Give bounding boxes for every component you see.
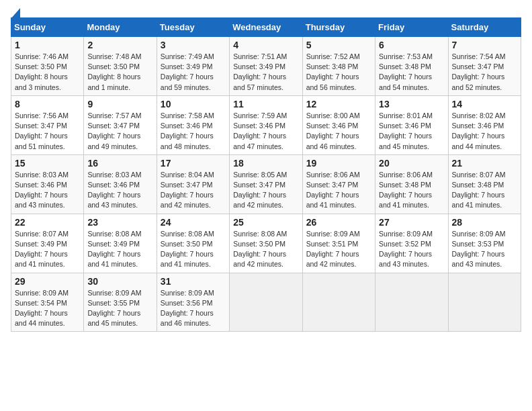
calendar-cell: 7Sunrise: 7:54 AM Sunset: 3:47 PM Daylig… (448, 37, 521, 96)
day-info: Sunrise: 7:51 AM Sunset: 3:49 PM Dayligh… (233, 52, 298, 93)
day-number: 17 (161, 158, 226, 169)
calendar-cell: 17Sunrise: 8:04 AM Sunset: 3:47 PM Dayli… (157, 154, 229, 214)
calendar-cell (375, 273, 448, 332)
day-number: 9 (87, 99, 152, 109)
calendar-cell: 18Sunrise: 8:05 AM Sunset: 3:47 PM Dayli… (230, 154, 302, 214)
calendar-cell: 14Sunrise: 8:02 AM Sunset: 3:46 PM Dayli… (448, 95, 521, 154)
day-number: 21 (452, 158, 517, 169)
day-info: Sunrise: 8:02 AM Sunset: 3:46 PM Dayligh… (452, 111, 517, 152)
week-row-1: 1Sunrise: 7:46 AM Sunset: 3:50 PM Daylig… (11, 37, 521, 96)
day-number: 15 (15, 158, 80, 169)
day-info: Sunrise: 7:53 AM Sunset: 3:48 PM Dayligh… (379, 52, 444, 93)
calendar-cell: 26Sunrise: 8:09 AM Sunset: 3:51 PM Dayli… (302, 214, 375, 273)
calendar-cell: 3Sunrise: 7:49 AM Sunset: 3:49 PM Daylig… (157, 37, 229, 96)
day-info: Sunrise: 8:08 AM Sunset: 3:50 PM Dayligh… (233, 229, 298, 270)
calendar-cell: 29Sunrise: 8:09 AM Sunset: 3:54 PM Dayli… (11, 273, 84, 332)
calendar-cell: 19Sunrise: 8:06 AM Sunset: 3:47 PM Dayli… (302, 154, 375, 214)
calendar-cell (230, 273, 302, 332)
day-info: Sunrise: 8:09 AM Sunset: 3:53 PM Dayligh… (452, 229, 517, 270)
day-info: Sunrise: 7:48 AM Sunset: 3:50 PM Dayligh… (87, 52, 152, 93)
calendar-cell: 11Sunrise: 7:59 AM Sunset: 3:46 PM Dayli… (230, 95, 302, 154)
day-number: 13 (379, 99, 444, 109)
week-row-4: 22Sunrise: 8:07 AM Sunset: 3:49 PM Dayli… (11, 214, 521, 273)
day-number: 28 (452, 217, 517, 228)
day-number: 5 (306, 40, 371, 50)
calendar-cell: 2Sunrise: 7:48 AM Sunset: 3:50 PM Daylig… (84, 37, 157, 96)
day-number: 31 (161, 276, 226, 287)
day-number: 1 (15, 40, 80, 50)
day-info: Sunrise: 8:01 AM Sunset: 3:46 PM Dayligh… (379, 111, 444, 152)
day-number: 12 (306, 99, 371, 109)
calendar-cell: 20Sunrise: 8:06 AM Sunset: 3:48 PM Dayli… (375, 154, 448, 214)
calendar-cell: 13Sunrise: 8:01 AM Sunset: 3:46 PM Dayli… (375, 95, 448, 154)
calendar-cell: 16Sunrise: 8:03 AM Sunset: 3:46 PM Dayli… (84, 154, 157, 214)
calendar-cell: 5Sunrise: 7:52 AM Sunset: 3:48 PM Daylig… (302, 37, 375, 96)
week-row-3: 15Sunrise: 8:03 AM Sunset: 3:46 PM Dayli… (11, 154, 521, 214)
day-info: Sunrise: 7:46 AM Sunset: 3:50 PM Dayligh… (15, 52, 80, 93)
day-info: Sunrise: 7:49 AM Sunset: 3:49 PM Dayligh… (161, 52, 226, 93)
day-number: 3 (161, 40, 226, 50)
week-row-5: 29Sunrise: 8:09 AM Sunset: 3:54 PM Dayli… (11, 273, 521, 332)
day-info: Sunrise: 8:04 AM Sunset: 3:47 PM Dayligh… (161, 170, 226, 211)
calendar-cell: 23Sunrise: 8:08 AM Sunset: 3:49 PM Dayli… (84, 214, 157, 273)
page-header (11, 11, 521, 12)
header-friday: Friday (375, 18, 448, 37)
calendar-cell: 4Sunrise: 7:51 AM Sunset: 3:49 PM Daylig… (230, 37, 302, 96)
calendar-cell: 15Sunrise: 8:03 AM Sunset: 3:46 PM Dayli… (11, 154, 84, 214)
day-info: Sunrise: 8:06 AM Sunset: 3:47 PM Dayligh… (306, 170, 371, 211)
calendar-cell: 30Sunrise: 8:09 AM Sunset: 3:55 PM Dayli… (84, 273, 157, 332)
day-number: 24 (161, 217, 226, 228)
day-number: 6 (379, 40, 444, 50)
day-info: Sunrise: 7:52 AM Sunset: 3:48 PM Dayligh… (306, 52, 371, 93)
header-monday: Monday (84, 18, 157, 37)
calendar-cell: 27Sunrise: 8:09 AM Sunset: 3:52 PM Dayli… (375, 214, 448, 273)
calendar-table: SundayMondayTuesdayWednesdayThursdayFrid… (11, 17, 521, 332)
day-info: Sunrise: 8:09 AM Sunset: 3:52 PM Dayligh… (379, 229, 444, 270)
day-number: 18 (233, 158, 298, 169)
day-info: Sunrise: 8:05 AM Sunset: 3:47 PM Dayligh… (233, 170, 298, 211)
day-info: Sunrise: 8:03 AM Sunset: 3:46 PM Dayligh… (15, 170, 80, 211)
calendar-cell: 8Sunrise: 7:56 AM Sunset: 3:47 PM Daylig… (11, 95, 84, 154)
day-info: Sunrise: 8:09 AM Sunset: 3:54 PM Dayligh… (15, 288, 80, 329)
day-number: 25 (233, 217, 298, 228)
day-number: 16 (87, 158, 152, 169)
day-info: Sunrise: 8:08 AM Sunset: 3:49 PM Dayligh… (87, 229, 152, 270)
calendar-cell: 31Sunrise: 8:09 AM Sunset: 3:56 PM Dayli… (157, 273, 229, 332)
day-info: Sunrise: 8:03 AM Sunset: 3:46 PM Dayligh… (87, 170, 152, 211)
svg-marker-0 (11, 8, 20, 19)
day-info: Sunrise: 8:09 AM Sunset: 3:51 PM Dayligh… (306, 229, 371, 270)
day-number: 22 (15, 217, 80, 228)
calendar-header-row: SundayMondayTuesdayWednesdayThursdayFrid… (11, 18, 521, 37)
logo-arrow-icon (11, 8, 20, 19)
day-info: Sunrise: 7:57 AM Sunset: 3:47 PM Dayligh… (87, 111, 152, 152)
calendar-cell: 28Sunrise: 8:09 AM Sunset: 3:53 PM Dayli… (448, 214, 521, 273)
calendar-cell: 12Sunrise: 8:00 AM Sunset: 3:46 PM Dayli… (302, 95, 375, 154)
calendar-cell: 10Sunrise: 7:58 AM Sunset: 3:46 PM Dayli… (157, 95, 229, 154)
calendar-cell: 1Sunrise: 7:46 AM Sunset: 3:50 PM Daylig… (11, 37, 84, 96)
day-number: 26 (306, 217, 371, 228)
day-info: Sunrise: 8:06 AM Sunset: 3:48 PM Dayligh… (379, 170, 444, 211)
day-number: 7 (452, 40, 517, 50)
calendar-cell (302, 273, 375, 332)
day-info: Sunrise: 8:07 AM Sunset: 3:49 PM Dayligh… (15, 229, 80, 270)
day-info: Sunrise: 8:09 AM Sunset: 3:56 PM Dayligh… (161, 288, 226, 329)
calendar-cell: 21Sunrise: 8:07 AM Sunset: 3:48 PM Dayli… (448, 154, 521, 214)
header-wednesday: Wednesday (230, 18, 302, 37)
week-row-2: 8Sunrise: 7:56 AM Sunset: 3:47 PM Daylig… (11, 95, 521, 154)
day-number: 27 (379, 217, 444, 228)
day-number: 23 (87, 217, 152, 228)
calendar-cell: 25Sunrise: 8:08 AM Sunset: 3:50 PM Dayli… (230, 214, 302, 273)
day-info: Sunrise: 8:09 AM Sunset: 3:55 PM Dayligh… (87, 288, 152, 329)
day-number: 29 (15, 276, 80, 287)
header-tuesday: Tuesday (157, 18, 229, 37)
calendar-cell: 6Sunrise: 7:53 AM Sunset: 3:48 PM Daylig… (375, 37, 448, 96)
day-number: 14 (452, 99, 517, 109)
header-thursday: Thursday (302, 18, 375, 37)
day-info: Sunrise: 7:54 AM Sunset: 3:47 PM Dayligh… (452, 52, 517, 93)
day-info: Sunrise: 8:00 AM Sunset: 3:46 PM Dayligh… (306, 111, 371, 152)
calendar-cell: 22Sunrise: 8:07 AM Sunset: 3:49 PM Dayli… (11, 214, 84, 273)
day-number: 11 (233, 99, 298, 109)
day-info: Sunrise: 7:59 AM Sunset: 3:46 PM Dayligh… (233, 111, 298, 152)
day-info: Sunrise: 7:56 AM Sunset: 3:47 PM Dayligh… (15, 111, 80, 152)
day-number: 4 (233, 40, 298, 50)
